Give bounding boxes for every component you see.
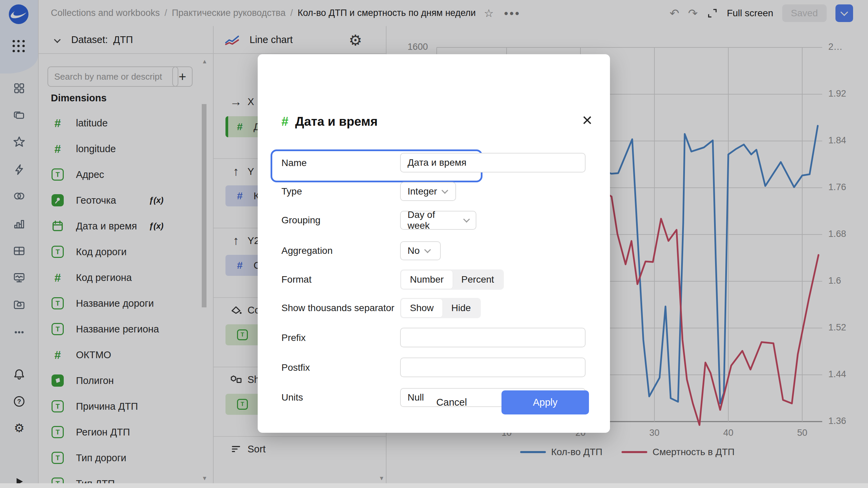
type-select[interactable]: Integer: [400, 182, 456, 201]
modal-field-label: Prefix: [281, 332, 306, 343]
selected-value: No: [408, 245, 420, 256]
segment-option[interactable]: Hide: [442, 299, 480, 317]
modal-field-label: Name: [281, 158, 307, 168]
field-settings-modal: # Дата и время × NameДата и времяTypeInt…: [258, 54, 610, 433]
modal-field-label: Grouping: [281, 215, 320, 226]
segment-option[interactable]: Number: [401, 270, 453, 289]
chevron-down-icon: [441, 187, 448, 194]
close-icon[interactable]: ×: [582, 111, 592, 129]
modal-field-label: Units: [281, 392, 303, 403]
modal-field-label: Postfix: [281, 362, 310, 373]
modal-field-label: Type: [281, 186, 302, 197]
chevron-down-icon: [463, 216, 470, 223]
selected-value: Integer: [408, 186, 437, 197]
selected-value: Null: [408, 392, 424, 403]
cancel-button[interactable]: Cancel: [436, 390, 467, 414]
horizontal-scrollbar[interactable]: [0, 483, 868, 488]
show-thousands-separator-segmented: ShowHide: [400, 298, 481, 318]
app-window: Collections and workbooks/Практические р…: [0, 0, 868, 488]
aggregation-select[interactable]: No: [400, 241, 441, 260]
format-segmented: NumberPercent: [400, 269, 504, 290]
chevron-down-icon: [424, 246, 431, 253]
segment-option[interactable]: Percent: [453, 270, 503, 289]
modal-field-label: Show thousands separator: [281, 303, 394, 313]
prefix-input[interactable]: [400, 328, 586, 347]
apply-button[interactable]: Apply: [501, 390, 589, 414]
segment-option[interactable]: Show: [401, 299, 442, 317]
grouping-select[interactable]: Day of week: [400, 211, 476, 230]
postfix-input[interactable]: [400, 358, 586, 377]
modal-field-label: Aggregation: [281, 245, 333, 256]
number-field-icon: #: [281, 115, 289, 129]
selected-value: Day of week: [408, 209, 459, 231]
modal-field-label: Format: [281, 274, 312, 285]
name-input[interactable]: Дата и время: [400, 153, 586, 172]
modal-title: # Дата и время: [281, 115, 378, 129]
